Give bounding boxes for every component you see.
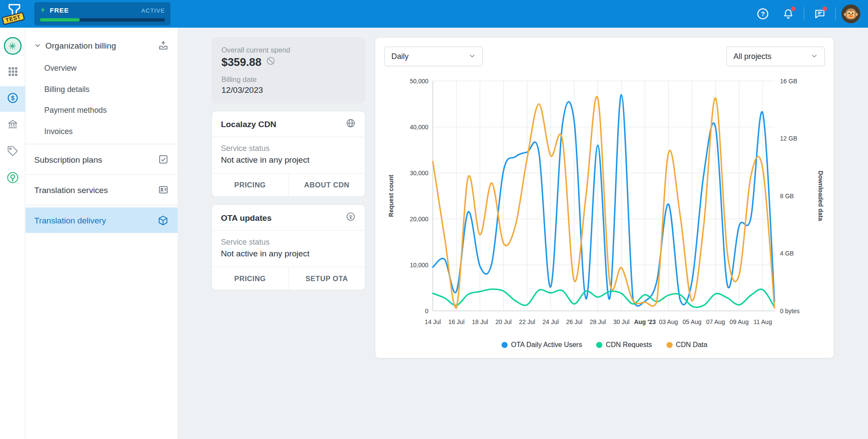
- sidebar-item-translation-services[interactable]: Translation services: [26, 177, 178, 203]
- ota-card-title: OTA updates: [221, 213, 272, 222]
- icon-rail: ✳ $: [0, 28, 26, 439]
- overall-spend-card: Overall current spend $359.88 Billing da…: [211, 37, 365, 103]
- project-filter-value: All projects: [733, 52, 771, 61]
- plan-usage-widget[interactable]: FREE ACTIVE: [34, 2, 171, 26]
- legend-dot: [502, 342, 508, 348]
- user-avatar[interactable]: 🐵: [842, 4, 860, 23]
- cdn-status-value: Not active in any project: [221, 155, 356, 164]
- topbar-divider: [804, 7, 804, 21]
- svg-text:09 Aug: 09 Aug: [730, 318, 749, 325]
- svg-text:Aug '23: Aug '23: [634, 318, 656, 325]
- ota-pricing-button[interactable]: PRICING: [212, 267, 288, 290]
- sidebar-item-billing-details[interactable]: Billing details: [26, 79, 178, 99]
- dollar-circle-icon: $: [7, 92, 19, 106]
- question-mark-icon: ?: [761, 10, 765, 17]
- help-button[interactable]: ?: [753, 4, 773, 24]
- sidebar-divider: [26, 144, 178, 144]
- rail-item-ideas[interactable]: [0, 166, 25, 192]
- series-cdn-requests: [433, 289, 774, 308]
- ota-offline-icon: [345, 211, 356, 223]
- legend-item-ota-daily-active-users[interactable]: OTA Daily Active Users: [502, 341, 582, 349]
- plan-usage-bar: [40, 18, 165, 22]
- spend-title: Overall current spend: [221, 46, 355, 54]
- price-tag-icon: [7, 145, 18, 159]
- svg-text:20,000: 20,000: [410, 216, 428, 223]
- ota-status-label: Service status: [221, 237, 356, 246]
- project-filter-select[interactable]: All projects: [726, 46, 825, 66]
- billing-summary-column: Overall current spend $359.88 Billing da…: [211, 37, 365, 439]
- cdn-pricing-button[interactable]: PRICING: [212, 174, 288, 197]
- svg-text:22 Jul: 22 Jul: [519, 318, 535, 325]
- sidebar-item-subscription-plans[interactable]: Subscription plans: [26, 147, 178, 172]
- sidebar-item-payment-methods[interactable]: Payment methods: [26, 100, 178, 121]
- topbar-divider: [835, 7, 836, 21]
- rail-item-billing[interactable]: $: [0, 86, 25, 112]
- svg-text:14 Jul: 14 Jul: [425, 318, 441, 325]
- plan-status-badge: ACTIVE: [141, 7, 165, 14]
- rail-item-organization[interactable]: [0, 113, 25, 138]
- svg-text:$: $: [11, 95, 14, 102]
- spend-amount: $359.88: [221, 56, 261, 69]
- feedback-badge: [822, 7, 827, 11]
- notifications-button[interactable]: [778, 4, 798, 24]
- svg-text:Request count: Request count: [388, 175, 395, 217]
- sidebar-group-organization-billing[interactable]: Organization billing: [26, 33, 178, 58]
- svg-text:16 Jul: 16 Jul: [448, 318, 464, 325]
- sidebar-divider: [26, 174, 178, 175]
- chevron-down-icon: [811, 52, 818, 61]
- checkbox-icon: [158, 154, 169, 165]
- sidebar-item-label: Translation delivery: [34, 216, 106, 225]
- topbar-actions: ? 🐵: [753, 4, 868, 24]
- usage-line-chart: 010,00020,00030,00040,00050,0000 bytes4 …: [384, 74, 825, 340]
- legend-label: OTA Daily Active Users: [511, 341, 582, 349]
- svg-text:28 Jul: 28 Jul: [590, 318, 606, 325]
- billing-date-value: 12/03/2023: [221, 85, 355, 95]
- svg-text:07 Aug: 07 Aug: [706, 318, 725, 325]
- sidebar-group-label: Organization billing: [46, 41, 116, 50]
- sidebar-item-label: Translation services: [34, 185, 108, 195]
- svg-text:40,000: 40,000: [410, 124, 428, 131]
- zap-icon: [40, 6, 46, 16]
- ota-setup-button[interactable]: SETUP OTA: [288, 267, 365, 290]
- notification-badge: [791, 7, 796, 11]
- svg-text:50,000: 50,000: [410, 78, 428, 85]
- svg-text:24 Jul: 24 Jul: [542, 318, 559, 325]
- svg-text:26 Jul: 26 Jul: [566, 318, 582, 325]
- sidebar-item-overview[interactable]: Overview: [26, 58, 178, 79]
- legend-dot: [596, 342, 602, 348]
- blocked-icon: [266, 56, 276, 69]
- body-row: ✳ $: [0, 28, 868, 439]
- feedback-button[interactable]: [810, 4, 830, 24]
- test-badge: TEST: [2, 12, 25, 25]
- sidebar: Organization billing Overview Billing de…: [26, 28, 178, 439]
- chart-legend: OTA Daily Active UsersCDN RequestsCDN Da…: [384, 341, 825, 349]
- sidebar-item-invoices[interactable]: Invoices: [26, 121, 178, 141]
- cdn-about-button[interactable]: ABOUT CDN: [288, 174, 365, 197]
- grid-icon: [7, 66, 18, 79]
- sidebar-item-translation-delivery[interactable]: Translation delivery: [26, 207, 178, 233]
- period-select[interactable]: Daily: [384, 46, 483, 66]
- svg-text:11 Aug: 11 Aug: [753, 318, 772, 325]
- legend-item-cdn-data[interactable]: CDN Data: [667, 341, 707, 349]
- sidebar-divider: [26, 205, 178, 205]
- avatar-image: 🐵: [843, 7, 859, 21]
- svg-text:Downloaded data: Downloaded data: [817, 171, 824, 221]
- chevron-down-icon: [34, 41, 41, 50]
- legend-item-cdn-requests[interactable]: CDN Requests: [596, 341, 652, 349]
- cdn-card: Localazy CDN Service status Not active i…: [211, 111, 365, 197]
- svg-text:12 GB: 12 GB: [780, 135, 797, 142]
- rail-org-avatar[interactable]: ✳: [0, 33, 25, 59]
- sidebar-item-label: Subscription plans: [34, 155, 102, 164]
- svg-text:05 Aug: 05 Aug: [683, 318, 702, 325]
- period-select-value: Daily: [391, 52, 409, 61]
- topbar: TEST FREE ACTIVE ?: [0, 0, 868, 28]
- svg-text:8 GB: 8 GB: [780, 193, 794, 200]
- localazy-logo[interactable]: TEST: [0, 0, 29, 28]
- svg-text:4 GB: 4 GB: [780, 250, 794, 257]
- package-icon: [157, 214, 169, 226]
- ota-card: OTA updates Service status Not active in…: [211, 204, 365, 291]
- bank-icon: [7, 119, 18, 132]
- rail-item-plans[interactable]: [0, 139, 25, 165]
- cdn-status-label: Service status: [221, 144, 356, 153]
- rail-item-apps[interactable]: [0, 60, 25, 85]
